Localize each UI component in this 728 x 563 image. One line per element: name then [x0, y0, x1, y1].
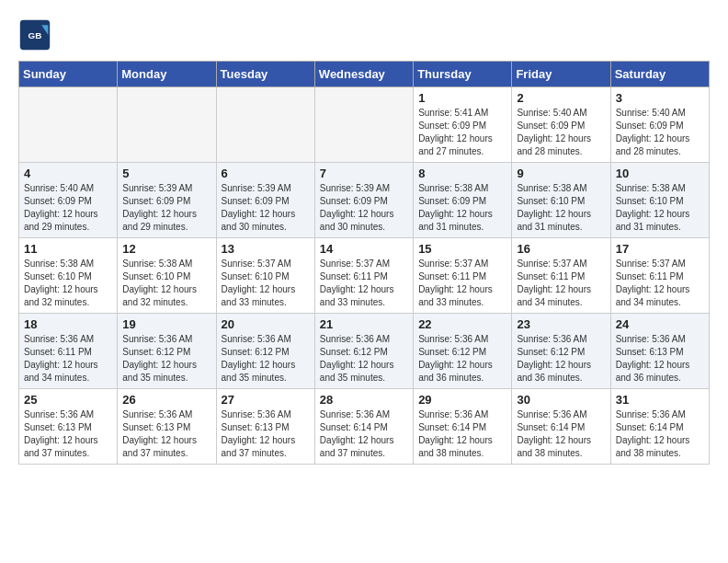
calendar-day-17: 17Sunrise: 5:37 AM Sunset: 6:11 PM Dayli… — [610, 238, 709, 314]
weekday-header-tuesday: Tuesday — [216, 62, 314, 87]
calendar-day-2: 2Sunrise: 5:40 AM Sunset: 6:09 PM Daylig… — [512, 87, 610, 163]
day-number: 31 — [616, 393, 704, 407]
calendar-day-16: 16Sunrise: 5:37 AM Sunset: 6:11 PM Dayli… — [512, 238, 610, 314]
day-info: Sunrise: 5:38 AM Sunset: 6:10 PM Dayligh… — [122, 258, 210, 309]
calendar-day-28: 28Sunrise: 5:36 AM Sunset: 6:14 PM Dayli… — [314, 389, 413, 465]
calendar-day-empty — [216, 87, 314, 163]
calendar-week-row: 4Sunrise: 5:40 AM Sunset: 6:09 PM Daylig… — [19, 163, 710, 238]
day-info: Sunrise: 5:36 AM Sunset: 6:12 PM Dayligh… — [122, 333, 210, 385]
calendar-week-row: 11Sunrise: 5:38 AM Sunset: 6:10 PM Dayli… — [19, 238, 710, 314]
calendar-day-10: 10Sunrise: 5:38 AM Sunset: 6:10 PM Dayli… — [610, 163, 709, 238]
calendar-day-13: 13Sunrise: 5:37 AM Sunset: 6:10 PM Dayli… — [216, 238, 314, 314]
day-info: Sunrise: 5:40 AM Sunset: 6:09 PM Dayligh… — [24, 182, 112, 234]
svg-text:GB: GB — [28, 30, 42, 40]
calendar-day-29: 29Sunrise: 5:36 AM Sunset: 6:14 PM Dayli… — [414, 389, 512, 465]
day-number: 23 — [517, 317, 605, 331]
day-number: 14 — [320, 242, 408, 256]
calendar-day-5: 5Sunrise: 5:39 AM Sunset: 6:09 PM Daylig… — [118, 163, 216, 238]
day-info: Sunrise: 5:36 AM Sunset: 6:12 PM Dayligh… — [517, 333, 605, 385]
calendar-day-24: 24Sunrise: 5:36 AM Sunset: 6:13 PM Dayli… — [610, 314, 709, 389]
day-info: Sunrise: 5:36 AM Sunset: 6:13 PM Dayligh… — [122, 408, 210, 460]
calendar-day-3: 3Sunrise: 5:40 AM Sunset: 6:09 PM Daylig… — [610, 87, 709, 163]
day-info: Sunrise: 5:37 AM Sunset: 6:11 PM Dayligh… — [517, 258, 605, 309]
header: GB — [18, 18, 710, 52]
day-number: 22 — [418, 317, 506, 331]
day-number: 30 — [517, 393, 605, 407]
day-info: Sunrise: 5:37 AM Sunset: 6:10 PM Dayligh… — [222, 258, 310, 309]
day-number: 17 — [616, 242, 704, 256]
day-number: 27 — [222, 393, 310, 407]
calendar-day-7: 7Sunrise: 5:39 AM Sunset: 6:09 PM Daylig… — [314, 163, 413, 238]
calendar-day-20: 20Sunrise: 5:36 AM Sunset: 6:12 PM Dayli… — [216, 314, 314, 389]
day-number: 29 — [418, 393, 506, 407]
calendar-day-26: 26Sunrise: 5:36 AM Sunset: 6:13 PM Dayli… — [118, 389, 216, 465]
calendar-day-empty — [19, 87, 118, 163]
day-number: 7 — [320, 167, 408, 180]
day-number: 3 — [616, 91, 704, 105]
calendar-day-8: 8Sunrise: 5:38 AM Sunset: 6:09 PM Daylig… — [414, 163, 512, 238]
day-number: 2 — [517, 91, 605, 105]
day-info: Sunrise: 5:38 AM Sunset: 6:10 PM Dayligh… — [517, 182, 605, 234]
calendar-day-empty — [314, 87, 413, 163]
day-info: Sunrise: 5:36 AM Sunset: 6:11 PM Dayligh… — [24, 333, 112, 385]
calendar-day-23: 23Sunrise: 5:36 AM Sunset: 6:12 PM Dayli… — [512, 314, 610, 389]
day-info: Sunrise: 5:36 AM Sunset: 6:14 PM Dayligh… — [616, 408, 704, 460]
day-number: 9 — [517, 167, 605, 180]
day-info: Sunrise: 5:37 AM Sunset: 6:11 PM Dayligh… — [418, 258, 506, 309]
day-info: Sunrise: 5:38 AM Sunset: 6:09 PM Dayligh… — [418, 182, 506, 234]
day-number: 13 — [222, 242, 310, 256]
day-number: 10 — [616, 167, 704, 180]
day-info: Sunrise: 5:36 AM Sunset: 6:14 PM Dayligh… — [418, 408, 506, 460]
day-number: 20 — [222, 317, 310, 331]
day-info: Sunrise: 5:36 AM Sunset: 6:13 PM Dayligh… — [24, 408, 112, 460]
day-info: Sunrise: 5:37 AM Sunset: 6:11 PM Dayligh… — [616, 258, 704, 309]
day-number: 4 — [24, 167, 112, 180]
day-info: Sunrise: 5:36 AM Sunset: 6:14 PM Dayligh… — [320, 408, 408, 460]
day-info: Sunrise: 5:38 AM Sunset: 6:10 PM Dayligh… — [24, 258, 112, 309]
calendar-day-11: 11Sunrise: 5:38 AM Sunset: 6:10 PM Dayli… — [19, 238, 118, 314]
calendar-day-14: 14Sunrise: 5:37 AM Sunset: 6:11 PM Dayli… — [314, 238, 413, 314]
day-info: Sunrise: 5:37 AM Sunset: 6:11 PM Dayligh… — [320, 258, 408, 309]
day-info: Sunrise: 5:41 AM Sunset: 6:09 PM Dayligh… — [418, 107, 506, 158]
logo: GB — [18, 18, 55, 52]
day-number: 26 — [122, 393, 210, 407]
day-number: 19 — [122, 317, 210, 331]
day-number: 18 — [24, 317, 112, 331]
day-number: 15 — [418, 242, 506, 256]
day-number: 24 — [616, 317, 704, 331]
day-info: Sunrise: 5:39 AM Sunset: 6:09 PM Dayligh… — [122, 182, 210, 234]
day-number: 8 — [418, 167, 506, 180]
calendar-day-1: 1Sunrise: 5:41 AM Sunset: 6:09 PM Daylig… — [414, 87, 512, 163]
weekday-header-row: SundayMondayTuesdayWednesdayThursdayFrid… — [19, 62, 710, 87]
day-info: Sunrise: 5:39 AM Sunset: 6:09 PM Dayligh… — [320, 182, 408, 234]
day-info: Sunrise: 5:36 AM Sunset: 6:12 PM Dayligh… — [222, 333, 310, 385]
calendar-day-25: 25Sunrise: 5:36 AM Sunset: 6:13 PM Dayli… — [19, 389, 118, 465]
weekday-header-sunday: Sunday — [19, 62, 118, 87]
calendar-day-12: 12Sunrise: 5:38 AM Sunset: 6:10 PM Dayli… — [118, 238, 216, 314]
calendar-day-4: 4Sunrise: 5:40 AM Sunset: 6:09 PM Daylig… — [19, 163, 118, 238]
calendar-day-22: 22Sunrise: 5:36 AM Sunset: 6:12 PM Dayli… — [414, 314, 512, 389]
day-number: 25 — [24, 393, 112, 407]
day-number: 16 — [517, 242, 605, 256]
day-info: Sunrise: 5:36 AM Sunset: 6:13 PM Dayligh… — [616, 333, 704, 385]
calendar-day-30: 30Sunrise: 5:36 AM Sunset: 6:14 PM Dayli… — [512, 389, 610, 465]
day-info: Sunrise: 5:38 AM Sunset: 6:10 PM Dayligh… — [616, 182, 704, 234]
calendar-week-row: 1Sunrise: 5:41 AM Sunset: 6:09 PM Daylig… — [19, 87, 710, 163]
logo-icon: GB — [18, 18, 51, 52]
day-info: Sunrise: 5:40 AM Sunset: 6:09 PM Dayligh… — [517, 107, 605, 158]
calendar-day-21: 21Sunrise: 5:36 AM Sunset: 6:12 PM Dayli… — [314, 314, 413, 389]
weekday-header-monday: Monday — [118, 62, 216, 87]
calendar-day-19: 19Sunrise: 5:36 AM Sunset: 6:12 PM Dayli… — [118, 314, 216, 389]
weekday-header-friday: Friday — [512, 62, 610, 87]
calendar-table: SundayMondayTuesdayWednesdayThursdayFrid… — [18, 61, 710, 465]
calendar-day-31: 31Sunrise: 5:36 AM Sunset: 6:14 PM Dayli… — [610, 389, 709, 465]
day-info: Sunrise: 5:36 AM Sunset: 6:14 PM Dayligh… — [517, 408, 605, 460]
day-info: Sunrise: 5:36 AM Sunset: 6:12 PM Dayligh… — [418, 333, 506, 385]
calendar-day-9: 9Sunrise: 5:38 AM Sunset: 6:10 PM Daylig… — [512, 163, 610, 238]
calendar-day-27: 27Sunrise: 5:36 AM Sunset: 6:13 PM Dayli… — [216, 389, 314, 465]
day-number: 21 — [320, 317, 408, 331]
weekday-header-thursday: Thursday — [414, 62, 512, 87]
day-number: 11 — [24, 242, 112, 256]
calendar-week-row: 18Sunrise: 5:36 AM Sunset: 6:11 PM Dayli… — [19, 314, 710, 389]
calendar-week-row: 25Sunrise: 5:36 AM Sunset: 6:13 PM Dayli… — [19, 389, 710, 465]
